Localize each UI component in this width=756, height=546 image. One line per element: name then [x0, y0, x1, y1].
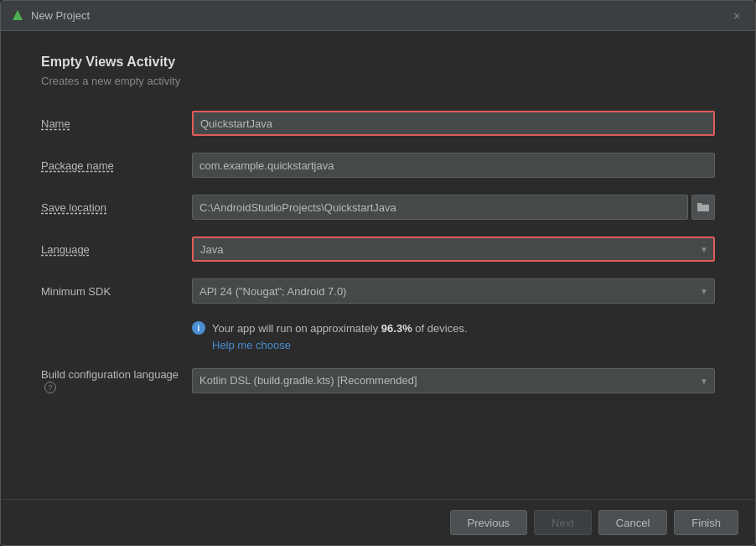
- build-config-row: Build configuration language ? Kotlin DS…: [41, 368, 715, 394]
- info-text-before: Your app will run on approximately: [212, 322, 381, 335]
- save-location-control: [192, 195, 715, 220]
- minimum-sdk-label: Minimum SDK: [41, 285, 192, 298]
- package-name-control: [192, 153, 715, 178]
- minimum-sdk-label-text: Minimum SDK: [41, 285, 111, 298]
- language-select-wrapper: Java Kotlin ▼: [192, 237, 715, 262]
- close-button[interactable]: ×: [728, 8, 745, 24]
- language-control: Java Kotlin ▼: [192, 237, 715, 262]
- minimum-sdk-select[interactable]: API 24 ("Nougat"; Android 7.0) API 21 ("…: [192, 278, 715, 304]
- name-control: [192, 111, 715, 136]
- package-name-input[interactable]: [192, 153, 715, 178]
- save-location-input[interactable]: [192, 195, 688, 220]
- language-select[interactable]: Java Kotlin: [192, 237, 715, 262]
- folder-browse-button[interactable]: [691, 195, 715, 220]
- package-name-label: Package name: [41, 159, 192, 172]
- language-row: Language Java Kotlin ▼: [41, 237, 715, 262]
- save-location-input-group: [192, 195, 715, 220]
- save-location-label: Save location: [41, 201, 192, 214]
- new-project-dialog: New Project × Empty Views Activity Creat…: [0, 0, 756, 546]
- dialog-content: Empty Views Activity Creates a new empty…: [1, 31, 755, 499]
- build-config-label: Build configuration language ?: [41, 368, 192, 394]
- section-subtitle: Creates a new empty activity: [41, 75, 715, 87]
- minimum-sdk-row: Minimum SDK API 24 ("Nougat"; Android 7.…: [41, 278, 715, 304]
- build-config-select[interactable]: Kotlin DSL (build.gradle.kts) [Recommend…: [192, 368, 715, 393]
- info-highlight: 96.3%: [381, 322, 412, 335]
- build-config-help-icon[interactable]: ?: [44, 382, 56, 393]
- build-config-select-wrapper: Kotlin DSL (build.gradle.kts) [Recommend…: [192, 368, 715, 393]
- language-label: Language: [41, 243, 192, 256]
- build-config-control: Kotlin DSL (build.gradle.kts) [Recommend…: [192, 368, 715, 393]
- section-title: Empty Views Activity: [41, 55, 715, 70]
- help-me-choose-link[interactable]: Help me choose: [212, 339, 468, 351]
- android-studio-icon: [11, 9, 24, 23]
- info-row: i Your app will run on approximately 96.…: [41, 320, 715, 351]
- save-location-row: Save location: [41, 195, 715, 220]
- name-label-text: Name: [41, 117, 70, 130]
- svg-marker-0: [13, 10, 23, 20]
- info-icon: i: [192, 321, 205, 335]
- minimum-sdk-control: API 24 ("Nougat"; Android 7.0) API 21 ("…: [192, 278, 715, 304]
- name-row: Name: [41, 111, 715, 136]
- next-button: Next: [534, 510, 592, 535]
- title-bar: New Project ×: [1, 1, 755, 31]
- finish-button[interactable]: Finish: [674, 510, 738, 535]
- build-config-label-text: Build configuration language: [41, 368, 179, 381]
- previous-button[interactable]: Previous: [450, 510, 528, 535]
- name-input[interactable]: [192, 111, 715, 136]
- dialog-title: New Project: [31, 9, 728, 22]
- info-text-after: of devices.: [412, 322, 468, 335]
- info-text: Your app will run on approximately 96.3%…: [212, 322, 468, 335]
- cancel-button[interactable]: Cancel: [598, 510, 667, 535]
- info-content: Your app will run on approximately 96.3%…: [212, 320, 468, 351]
- minimum-sdk-select-wrapper: API 24 ("Nougat"; Android 7.0) API 21 ("…: [192, 278, 715, 304]
- language-label-text: Language: [41, 243, 90, 256]
- save-location-label-text: Save location: [41, 201, 106, 214]
- dialog-footer: Previous Next Cancel Finish: [1, 499, 755, 545]
- package-name-label-text: Package name: [41, 159, 114, 172]
- name-label: Name: [41, 117, 192, 130]
- package-name-row: Package name: [41, 153, 715, 178]
